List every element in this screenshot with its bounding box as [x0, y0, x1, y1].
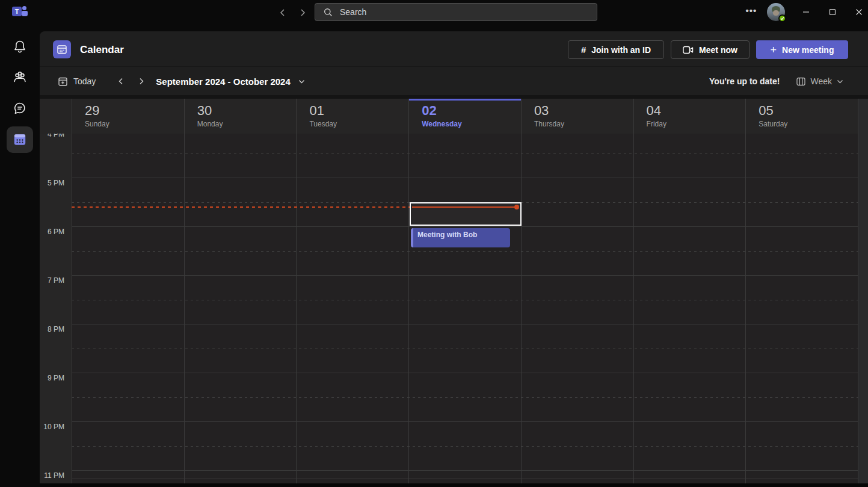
- time-label: 6 PM: [48, 228, 64, 237]
- today-label: Today: [73, 76, 96, 86]
- maximize-button[interactable]: [823, 5, 842, 19]
- search-placeholder: Search: [340, 7, 366, 17]
- sidebar-item-calendar[interactable]: [7, 126, 33, 153]
- sidebar-item-chat[interactable]: [0, 94, 40, 123]
- status-message: You're up to date!: [709, 76, 780, 86]
- avatar[interactable]: [767, 3, 785, 21]
- prev-week-button[interactable]: [114, 74, 128, 88]
- time-label: 8 PM: [48, 325, 64, 334]
- forward-button[interactable]: [296, 6, 309, 19]
- day-column-friday[interactable]: [633, 134, 746, 483]
- hash-icon: #: [581, 45, 586, 55]
- time-label: 4 PM: [48, 134, 64, 139]
- search-icon: [324, 8, 333, 17]
- sidebar-item-activity[interactable]: [0, 33, 40, 61]
- next-week-button[interactable]: [134, 74, 149, 88]
- time-label: 7 PM: [48, 276, 64, 285]
- maximize-icon: [829, 8, 836, 16]
- day-header-sunday[interactable]: 29 Sunday: [72, 99, 184, 134]
- page-title: Calendar: [80, 44, 124, 56]
- new-meeting-label: New meeting: [782, 45, 834, 55]
- minimize-button[interactable]: [797, 5, 815, 19]
- week-view-icon: [796, 76, 806, 87]
- date-range-selector[interactable]: September 2024 - October 2024: [149, 76, 305, 87]
- calendar-panel: Calendar # Join with an ID Meet now + Ne…: [40, 31, 868, 487]
- video-camera-icon: [683, 46, 694, 54]
- day-column-monday[interactable]: [184, 134, 297, 483]
- time-label: 11 PM: [44, 471, 64, 480]
- page-header: Calendar # Join with an ID Meet now + Ne…: [40, 31, 868, 67]
- day-header-saturday[interactable]: 05 Saturday: [745, 99, 858, 134]
- day-column-tuesday[interactable]: [296, 134, 408, 483]
- close-icon: [855, 8, 863, 16]
- teams-window: T Search •••: [0, 0, 868, 487]
- view-label: Week: [810, 76, 832, 86]
- day-column-thursday[interactable]: [521, 134, 633, 483]
- back-button[interactable]: [276, 6, 289, 19]
- today-icon: [58, 76, 68, 87]
- more-options-button[interactable]: •••: [743, 5, 759, 19]
- chevron-right-icon: [298, 8, 307, 17]
- join-with-id-button[interactable]: # Join with an ID: [568, 40, 664, 59]
- search-input[interactable]: Search: [315, 3, 597, 21]
- close-button[interactable]: [850, 5, 868, 19]
- chevron-down-icon: [836, 78, 844, 85]
- chevron-right-icon: [137, 77, 146, 85]
- day-column-sunday[interactable]: [72, 134, 184, 483]
- scrollbar-track[interactable]: [858, 134, 868, 483]
- date-range-label: September 2024 - October 2024: [156, 76, 290, 87]
- day-header-monday[interactable]: 30 Monday: [184, 99, 297, 134]
- panel-bottom-edge: [40, 483, 868, 487]
- chevron-left-icon: [117, 77, 125, 85]
- time-label: 5 PM: [48, 179, 64, 188]
- teams-logo: T: [12, 5, 30, 19]
- day-header-wednesday-selected[interactable]: 02 Wednesday: [408, 99, 521, 134]
- view-selector[interactable]: Week: [796, 76, 844, 87]
- presence-available-icon: [778, 14, 786, 22]
- chevron-left-icon: [279, 8, 287, 17]
- minimize-icon: [802, 8, 810, 16]
- day-header-tuesday[interactable]: 01 Tuesday: [296, 99, 408, 134]
- current-time-dot: [514, 205, 519, 209]
- current-time-line-dashed: [72, 206, 410, 208]
- calendar-event[interactable]: Meeting with Bob: [411, 228, 510, 247]
- calendar-app-icon: [53, 40, 71, 58]
- title-bar: T Search •••: [0, 0, 868, 24]
- calendar-toolbar: Today September 2024 - October 2024 You'…: [40, 67, 868, 95]
- time-label: 10 PM: [43, 423, 64, 432]
- chat-icon: [12, 101, 28, 116]
- time-label: 9 PM: [48, 374, 64, 383]
- meet-now-button[interactable]: Meet now: [671, 40, 749, 59]
- join-with-id-label: Join with an ID: [591, 45, 651, 55]
- bell-icon: [12, 39, 28, 55]
- time-gutter: 4 PM 5 PM 6 PM 7 PM 8 PM 9 PM 10 PM 11 P…: [40, 134, 72, 483]
- people-icon: [11, 69, 28, 86]
- day-columns: [72, 134, 858, 483]
- day-header-friday[interactable]: 04 Friday: [633, 99, 746, 134]
- sidebar-item-teams[interactable]: [0, 63, 40, 92]
- chevron-down-icon: [298, 78, 306, 85]
- current-time-line: [412, 206, 518, 208]
- day-header-thursday[interactable]: 03 Thursday: [521, 99, 633, 134]
- day-column-saturday[interactable]: [745, 134, 858, 483]
- new-meeting-button[interactable]: + New meeting: [756, 40, 848, 59]
- app-rail: [0, 24, 40, 487]
- day-header-row: 29 Sunday 30 Monday 01 Tuesday 02 Wednes…: [40, 99, 868, 134]
- time-slot-selection[interactable]: [410, 202, 522, 226]
- calendar-icon: [12, 132, 28, 147]
- day-column-wednesday[interactable]: [408, 134, 521, 483]
- today-button[interactable]: Today: [58, 76, 96, 87]
- event-title: Meeting with Bob: [417, 231, 506, 239]
- plus-icon: +: [771, 46, 777, 54]
- week-grid: 4 PM 5 PM 6 PM 7 PM 8 PM 9 PM 10 PM 11 P…: [40, 134, 858, 483]
- meet-now-label: Meet now: [699, 45, 737, 55]
